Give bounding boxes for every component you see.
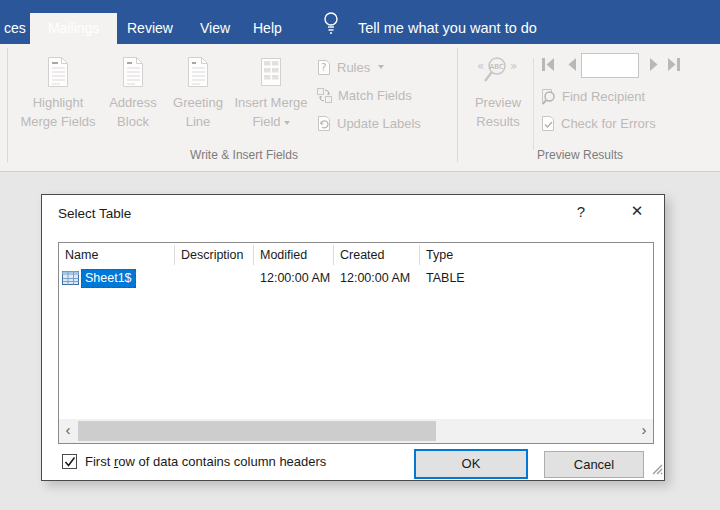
button-label: Field — [252, 114, 280, 129]
last-record-icon — [666, 57, 682, 72]
first-record-button[interactable] — [540, 57, 556, 76]
document-icon — [165, 56, 231, 91]
document-icon — [14, 56, 102, 91]
update-labels-icon — [316, 115, 332, 132]
update-labels-button[interactable]: Update Labels — [316, 113, 421, 133]
tab-review[interactable]: Review — [127, 13, 173, 44]
address-block-button[interactable]: Address Block — [101, 52, 165, 162]
dialog-close-button[interactable]: ✕ — [624, 202, 650, 220]
worksheet-icon — [62, 271, 79, 285]
button-label: Preview — [468, 93, 528, 112]
check-for-errors-icon — [540, 115, 556, 132]
tab-mailings[interactable]: Mailings — [30, 13, 117, 44]
button-label: Greeting — [165, 93, 231, 112]
tab-help[interactable]: Help — [253, 13, 282, 44]
cell-modified: 12:00:00 AM — [254, 271, 334, 285]
button-label: Merge Fields — [14, 112, 102, 131]
lightbulb-icon — [320, 10, 342, 38]
dialog-title: Select Table — [58, 206, 131, 221]
rules-button[interactable]: ? Rules — [316, 57, 384, 77]
dialog-help-button[interactable]: ? — [570, 203, 592, 220]
checkmark-icon — [64, 456, 76, 468]
button-label: Insert Merge — [231, 93, 311, 112]
svg-text:»: » — [510, 59, 517, 73]
first-record-icon — [540, 57, 556, 72]
button-label: Line — [165, 112, 231, 131]
first-row-headers-checkbox[interactable] — [62, 454, 77, 469]
column-header-type[interactable]: Type — [420, 245, 653, 265]
horizontal-scrollbar[interactable]: ‹ › — [59, 419, 653, 443]
ok-button[interactable]: OK — [414, 449, 528, 479]
greeting-line-button[interactable]: Greeting Line — [165, 52, 231, 162]
rules-icon: ? — [316, 59, 332, 76]
preview-results-button[interactable]: « ABC » Preview Results — [468, 52, 528, 162]
group-label-preview-results: Preview Results — [500, 148, 660, 162]
button-label: Update Labels — [337, 116, 421, 131]
dropdown-arrow-icon — [378, 65, 384, 69]
tab-references-partial[interactable]: ces — [0, 13, 30, 44]
table-row[interactable]: Sheet1$ 12:00:00 AM 12:00:00 AM TABLE — [59, 267, 653, 289]
group-separator — [7, 48, 8, 162]
scrollbar-thumb[interactable] — [78, 421, 436, 441]
next-record-icon — [648, 57, 660, 72]
button-label: Match Fields — [338, 88, 412, 103]
match-fields-button[interactable]: Match Fields — [316, 85, 412, 105]
ribbon: Highlight Merge Fields Address Block — [0, 44, 720, 172]
ribbon-tab-bar: ces Mailings Review View Help Tell me wh… — [0, 0, 720, 44]
find-recipient-button[interactable]: Find Recipient — [540, 88, 645, 105]
table-grid-icon — [231, 56, 311, 91]
button-label: Results — [468, 112, 528, 131]
table-list: Name Description Modified Created Type S… — [58, 242, 654, 444]
table-header-row: Name Description Modified Created Type — [59, 243, 653, 267]
svg-text:?: ? — [321, 62, 326, 73]
svg-text:«: « — [477, 59, 484, 73]
column-header-description[interactable]: Description — [175, 245, 254, 265]
selected-table-name[interactable]: Sheet1$ — [81, 269, 136, 288]
button-label: Find Recipient — [562, 89, 645, 104]
select-table-dialog: Select Table ? ✕ Name Description Modifi… — [41, 194, 665, 481]
checkbox-label[interactable]: First row of data contains column header… — [85, 454, 326, 469]
cell-type: TABLE — [420, 271, 653, 285]
column-header-created[interactable]: Created — [334, 245, 420, 265]
record-number-input[interactable] — [581, 53, 639, 78]
group-label-write-insert-fields: Write & Insert Fields — [112, 148, 376, 162]
highlight-merge-fields-button[interactable]: Highlight Merge Fields — [14, 52, 102, 162]
cancel-button[interactable]: Cancel — [544, 451, 644, 478]
column-header-name[interactable]: Name — [59, 245, 175, 265]
document-icon — [101, 56, 165, 91]
previous-record-button[interactable] — [566, 57, 578, 76]
tab-view[interactable]: View — [200, 13, 230, 44]
tell-me-box[interactable]: Tell me what you want to do — [358, 13, 537, 44]
button-label: Check for Errors — [561, 116, 656, 131]
scroll-left-arrow[interactable]: ‹ — [59, 419, 77, 443]
button-label: Block — [101, 112, 165, 131]
button-label: Highlight — [14, 93, 102, 112]
cell-created: 12:00:00 AM — [334, 271, 420, 285]
resize-grip[interactable] — [650, 461, 663, 479]
inner-separator — [533, 58, 534, 150]
scroll-right-arrow[interactable]: › — [635, 419, 653, 443]
match-fields-icon — [316, 87, 333, 104]
previous-record-icon — [566, 57, 578, 72]
preview-results-icon: « ABC » — [468, 56, 528, 91]
group-separator — [457, 48, 458, 162]
button-label: Address — [101, 93, 165, 112]
last-record-button[interactable] — [666, 57, 682, 76]
insert-merge-field-button[interactable]: Insert Merge Field — [231, 52, 311, 162]
column-header-modified[interactable]: Modified — [254, 245, 334, 265]
next-record-button[interactable] — [648, 57, 660, 76]
find-recipient-icon — [540, 88, 557, 105]
check-for-errors-button[interactable]: Check for Errors — [540, 115, 656, 132]
dropdown-arrow-icon — [284, 121, 290, 125]
button-label: Rules — [337, 60, 370, 75]
svg-text:ABC: ABC — [490, 63, 504, 71]
